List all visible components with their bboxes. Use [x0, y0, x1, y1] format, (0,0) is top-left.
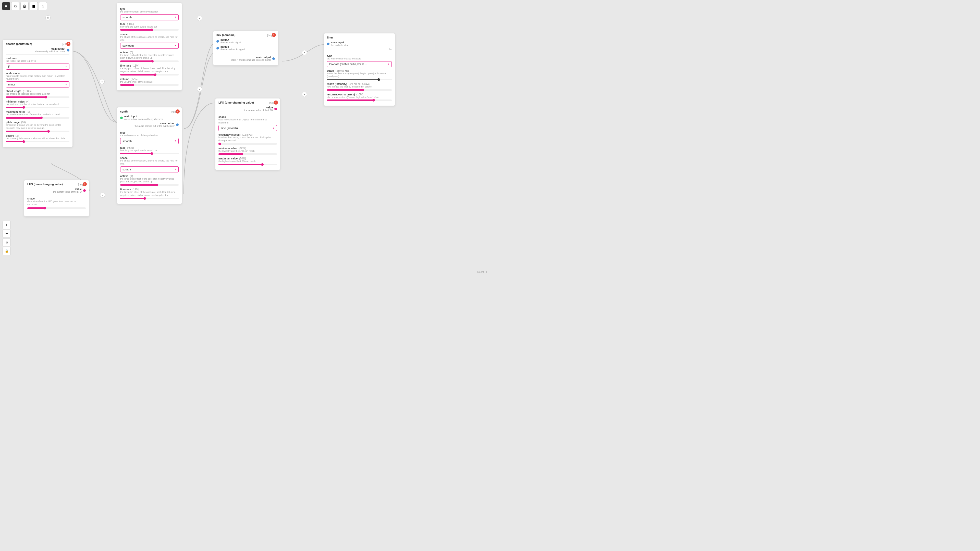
- lfo1-shape-desc: determines how the LFO goes from minimum…: [218, 118, 277, 124]
- lock-button[interactable]: 🔒: [3, 247, 11, 255]
- float-x-2[interactable]: ×: [100, 79, 105, 84]
- mix-input-b-dot[interactable]: [216, 47, 219, 49]
- toolbar-btn-trash[interactable]: 🗑: [21, 2, 29, 10]
- filter-resonance-param: resonance (sharpness) (10%) also known a…: [327, 93, 392, 101]
- filter-rolloff-value: (-24 dB per octave): [348, 83, 371, 86]
- lfo1-min-value-label: minimum value: [218, 147, 237, 150]
- chords-min-notes-value: (4): [26, 100, 29, 103]
- synth2-shape-dropdown[interactable]: square ▼: [120, 166, 179, 172]
- chords-scale-mode-dropdown[interactable]: minor ▼: [6, 81, 69, 87]
- synth2-type-dropdown[interactable]: smooth ▼: [120, 138, 179, 144]
- filter-cutoff-slider[interactable]: [327, 79, 392, 80]
- synth2-shape-label: shape: [120, 157, 127, 159]
- toolbar: ■ ⧉ 🗑 ◼ ℹ: [2, 2, 47, 10]
- zoom-controls: + − ⊡ 🔒: [3, 221, 11, 255]
- chords-root-note-label: root note: [6, 57, 17, 60]
- chords-octave-slider[interactable]: [6, 141, 69, 142]
- lfo2-value-dot[interactable]: [83, 189, 86, 192]
- filter-main-input-dot[interactable]: [327, 43, 329, 45]
- filter-type-dropdown[interactable]: low-pass (muffles audio, keeps ... ▼: [327, 61, 392, 67]
- filter-type-value: low-pass (muffles audio, keeps ...: [329, 63, 367, 65]
- lfo1-close[interactable]: ×: [274, 100, 278, 105]
- filter-resonance-value: (10%): [356, 93, 363, 96]
- synth1-octave-slider[interactable]: [120, 60, 179, 62]
- toolbar-btn-square[interactable]: ■: [2, 2, 10, 10]
- synth2-fade-slider[interactable]: [120, 153, 179, 154]
- lfo1-value-dot[interactable]: [274, 108, 277, 110]
- synth1-type-dropdown[interactable]: smooth ▼: [120, 14, 179, 21]
- lfo1-value-port: value the current value of the LFO: [218, 106, 277, 111]
- lfo1-max-value-slider[interactable]: [218, 164, 277, 165]
- lfo1-value-desc: the current value of the LFO: [244, 109, 273, 111]
- chords-root-note-dropdown[interactable]: F ▼: [6, 64, 69, 70]
- synth2-fine-tune-label: fine-tune: [120, 188, 131, 191]
- synth2-output-dot[interactable]: [176, 124, 179, 126]
- lfo1-max-value-value: (54%): [239, 157, 246, 160]
- synth2-close[interactable]: ×: [176, 110, 180, 114]
- chords-main-output-label: main output: [35, 48, 65, 50]
- chords-main-output-port: main output the currently held down note…: [6, 48, 69, 53]
- synth2-fade-desc: how long the synth swells in and out: [120, 149, 179, 152]
- chords-max-notes-slider[interactable]: [6, 117, 69, 119]
- chords-main-output-desc: the currently held down notes: [35, 50, 65, 53]
- float-x-3[interactable]: ×: [100, 192, 105, 198]
- synth1-type-desc: the audio countour of the synthesizer: [120, 11, 179, 14]
- float-x-6[interactable]: ×: [302, 50, 307, 55]
- filter-rolloff-label: rolloff (intensity): [327, 83, 347, 86]
- lfo1-frequency-slider[interactable]: [218, 143, 277, 144]
- synth2-shape-desc: the shape of the oscillator, affects its…: [120, 159, 179, 165]
- float-x-4[interactable]: ×: [197, 16, 202, 21]
- synth2-fade-label: fade: [120, 146, 126, 149]
- synth1-fade-slider[interactable]: [120, 29, 179, 30]
- lfo2-shape-slider[interactable]: [27, 207, 86, 209]
- chords-chord-length-slider[interactable]: [6, 97, 69, 98]
- filter-rolloff-slider[interactable]: [327, 89, 392, 91]
- lfo1-shape-label: shape: [218, 116, 226, 118]
- chords-pitch-range-slider[interactable]: [6, 130, 69, 132]
- lfo1-min-value-slider[interactable]: [218, 153, 277, 155]
- synth1-type-value: smooth: [123, 16, 132, 19]
- chords-max-notes-label: maximum notes: [6, 110, 25, 113]
- synth1-fine-tune-value: (16%): [132, 64, 139, 67]
- lfo2-value-desc: the current value of the LFO: [53, 191, 82, 193]
- float-x-5[interactable]: ×: [197, 87, 202, 92]
- synth1-volume-slider[interactable]: [120, 84, 179, 86]
- mix-output-dot[interactable]: [272, 57, 275, 60]
- chords-output-dot[interactable]: [67, 49, 69, 52]
- filter-resonance-slider[interactable]: [327, 100, 392, 101]
- zoom-fit-button[interactable]: ⊡: [3, 238, 11, 246]
- synth2-fine-tune-slider[interactable]: [120, 198, 179, 199]
- synth2-fade-value: (45%): [127, 146, 134, 149]
- filter-type-param: type the way the filter masks the audio …: [327, 54, 392, 67]
- lfo2-shape-label: shape: [27, 197, 35, 200]
- chords-max-notes-param: maximum notes (9) the maximum number of …: [6, 110, 69, 119]
- zoom-out-button[interactable]: −: [3, 230, 11, 238]
- lfo2-value-port: value the current value of the LFO: [27, 188, 86, 193]
- toolbar-btn-copy[interactable]: ⧉: [11, 2, 19, 10]
- lfo1-shape-value: sine (smooth): [221, 127, 238, 130]
- filter-rolloff-desc: how intense the filter is, measured in o…: [327, 86, 392, 89]
- mix-input-a-dot[interactable]: [216, 40, 219, 43]
- chords-close[interactable]: ×: [66, 42, 70, 46]
- mix-close[interactable]: ×: [272, 33, 276, 37]
- synth2-octave-slider[interactable]: [120, 184, 179, 186]
- synth2-main-output-label: main output: [135, 122, 175, 125]
- synth1-fine-tune-slider[interactable]: [120, 74, 179, 76]
- toolbar-btn-layers[interactable]: ◼: [30, 2, 38, 10]
- synth1-shape-param: shape the shape of the oscillator, affec…: [120, 33, 179, 48]
- synth1-octave-param: octave (0) the large pitch offset of the…: [120, 51, 179, 62]
- zoom-in-button[interactable]: +: [3, 221, 11, 229]
- toolbar-btn-info[interactable]: ℹ: [39, 2, 47, 10]
- synth2-input-dot[interactable]: [120, 117, 123, 119]
- chords-min-notes-slider[interactable]: [6, 106, 69, 108]
- chords-chord-length-label: chord length: [6, 90, 21, 93]
- mix-input-b-label: input B: [221, 45, 245, 48]
- float-x-1[interactable]: ×: [45, 15, 51, 21]
- chords-octave-label: octave: [6, 135, 14, 137]
- lfo2-close[interactable]: ×: [83, 182, 87, 186]
- lfo1-shape-dropdown[interactable]: sine (smooth) ▼: [218, 125, 277, 131]
- lfo1-min-value-desc: the lowest value the LFO can reach: [218, 150, 277, 153]
- synth1-shape-dropdown[interactable]: sawtooth ▼: [120, 43, 179, 49]
- chords-scale-mode-label: scale mode: [6, 72, 20, 75]
- float-x-7[interactable]: ×: [302, 92, 307, 97]
